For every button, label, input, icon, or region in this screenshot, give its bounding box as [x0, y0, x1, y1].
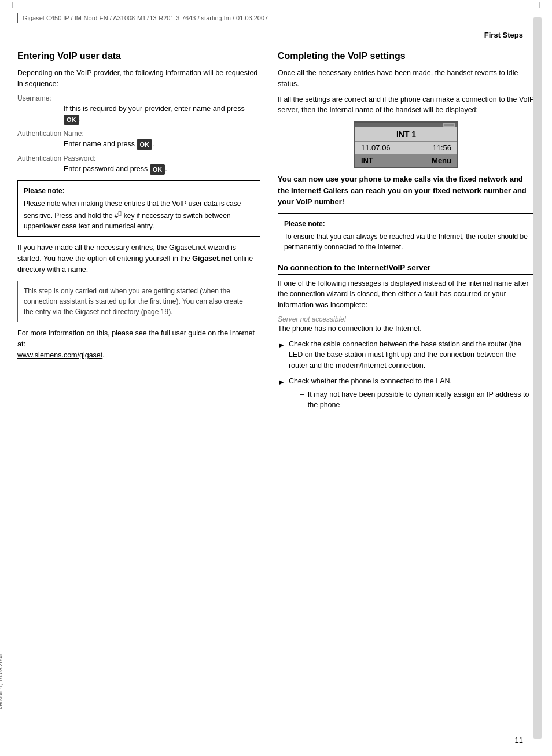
bold-calls-text: You can now use your phone to make calls…	[278, 174, 535, 208]
sub-bullet-item-1: – It may not have been possible to dynam…	[300, 389, 535, 411]
link-period: .	[102, 351, 104, 359]
right-column: Completing the VoIP settings Once all th…	[278, 45, 535, 418]
no-connection-title: No connection to the Internet/VoIP serve…	[278, 263, 535, 275]
bullet-list: ► Check the cable connection between the…	[278, 339, 535, 414]
first-steps-label: First Steps	[484, 31, 523, 39]
bullet-item-2: ► Check whether the phone is connected t…	[278, 376, 535, 413]
info-box-text: This step is only carried out when you a…	[24, 287, 243, 316]
sub-bullet-list: – It may not have been possible to dynam…	[289, 389, 535, 411]
version-text: Version 4, 16.09.2005	[0, 654, 3, 710]
bullet-item-2-content: Check whether the phone is connected to …	[289, 376, 535, 413]
auth-name-label: Authentication Name:	[17, 130, 260, 138]
sub-dash-1: –	[300, 389, 304, 400]
phone-date: 11.07.06	[361, 143, 391, 152]
info-box: This step is only carried out when you a…	[17, 281, 260, 322]
top-mark-left: |	[12, 1, 13, 8]
right-note-text: To ensure that you can always be reached…	[284, 233, 528, 251]
left-note-box: Please note: Please note when making the…	[17, 180, 260, 237]
right-intro2: If all the settings are correct and if t…	[278, 94, 535, 116]
left-section-title: Entering VoIP user data	[17, 51, 260, 64]
auth-pass-text: Enter password and press	[64, 165, 148, 173]
bullet-text-2: Check whether the phone is connected to …	[289, 377, 452, 385]
no-connection-text: If one of the following messages is disp…	[278, 278, 535, 311]
server-not-accessible: Server not accessible!	[278, 315, 535, 323]
bullet-arrow-2: ►	[278, 377, 285, 388]
phone-right-soft: Menu	[432, 156, 451, 165]
right-intro1: Once all the necessary entries have been…	[278, 68, 535, 90]
more-info-text: For more information on this, please see…	[17, 329, 255, 348]
auth-name-text: Enter name and press	[64, 140, 135, 148]
left-column: Entering VoIP user data Depending on the…	[17, 45, 260, 418]
phone-time: 11:56	[432, 143, 451, 152]
phone-display: INT 1 11.07.06 11:56 INT Menu	[354, 121, 458, 168]
auth-pass-period: .	[165, 165, 167, 173]
after-note: If you have made all the necessary entri…	[17, 242, 260, 275]
phone-softkeys: INT Menu	[355, 154, 457, 167]
right-section-title: Completing the VoIP settings	[278, 51, 535, 64]
sub-bullet-text-1: It may not have been possible to dynamic…	[308, 389, 535, 411]
phone-signal-icon	[443, 123, 455, 127]
bottom-mark-right	[540, 747, 540, 753]
bottom-marks	[0, 747, 552, 753]
gigaset-net-bold: Gigaset.net	[192, 255, 231, 263]
left-intro: Depending on the VoIP provider, the foll…	[17, 68, 260, 90]
top-mark-right: |	[539, 1, 540, 8]
username-ok-badge: OK	[64, 115, 79, 126]
header-line	[17, 13, 18, 23]
username-period: .	[79, 115, 81, 123]
auth-name-block: Enter name and press OK.	[64, 139, 260, 150]
auth-pass-label: Authentication Password:	[17, 154, 260, 163]
auth-pass-ok-badge: OK	[150, 164, 165, 175]
right-note-box: Please note: To ensure that you can alwa…	[278, 213, 535, 257]
phone-date-row: 11.07.06 11:56	[355, 142, 457, 154]
first-steps-header: First Steps	[0, 27, 552, 43]
phone-left-soft: INT	[361, 156, 373, 165]
header-text: Gigaset C450 IP / IM-Nord EN / A31008-M1…	[23, 14, 268, 21]
phone-int-label: INT 1	[355, 127, 457, 142]
phone-display-top	[355, 123, 457, 127]
page-body: Entering VoIP user data Depending on the…	[0, 45, 552, 418]
siemens-link[interactable]: www.siemens.com/gigaset	[17, 351, 102, 359]
bullet-item-1: ► Check the cable connection between the…	[278, 339, 535, 371]
auth-name-ok-badge: OK	[137, 139, 152, 150]
username-label: Username:	[17, 94, 260, 102]
page-header: Gigaset C450 IP / IM-Nord EN / A31008-M1…	[0, 9, 552, 27]
more-info: For more information on this, please see…	[17, 328, 260, 360]
auth-name-period: .	[152, 140, 154, 148]
right-margin-bar	[533, 17, 542, 739]
hash-key: #⌷	[115, 212, 124, 220]
auth-pass-block: Enter password and press OK.	[64, 164, 260, 175]
bottom-mark-left	[12, 747, 12, 753]
left-note-title: Please note:	[24, 186, 254, 196]
right-note-title: Please note:	[284, 219, 528, 229]
top-marks: | |	[0, 0, 552, 9]
bullet-arrow-1: ►	[278, 340, 285, 351]
page-number: 11	[515, 736, 523, 744]
bullet-text-1: Check the cable connection between the b…	[289, 339, 535, 371]
username-block: If this is required by your provider, en…	[64, 104, 260, 126]
phone-no-connection: The phone has no connection to the Inter…	[278, 323, 535, 334]
username-text: If this is required by your provider, en…	[64, 105, 245, 113]
